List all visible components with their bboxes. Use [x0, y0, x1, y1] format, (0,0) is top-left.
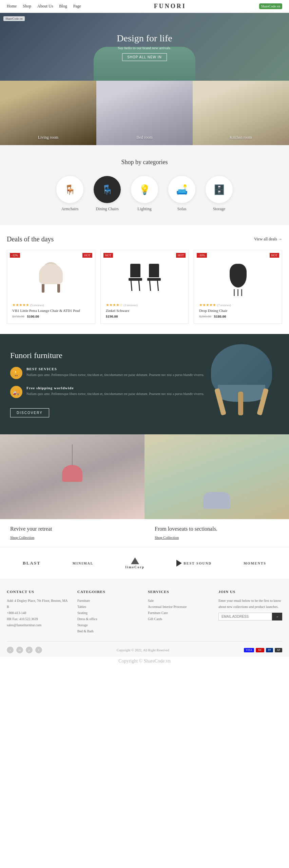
category-items: 🪑 Armchairs 🪑 Dining Chairs 💡 Lighting 🛋… — [7, 176, 282, 212]
deal-card-1: -32% HOT ★★★★★ (5 reviews) VB1 Little Pe… — [7, 250, 95, 324]
cat-label-sofas: Sofas — [177, 206, 187, 212]
nav-logo: FUNORI — [154, 3, 186, 10]
coll-heading-1: Revive your retreat — [10, 526, 134, 532]
categories-section: Shop by categories 🪑 Armchairs 🪑 Dining … — [0, 145, 289, 225]
cat-storage[interactable]: 🗄️ Storage — [206, 176, 233, 212]
cat-label-armchairs: Armchairs — [61, 206, 79, 212]
deal-name-3: Drop Dining Chair — [199, 309, 277, 313]
service-icon-1: 🏆 — [10, 367, 22, 379]
footer-cat-tables[interactable]: Tables — [77, 604, 141, 610]
drop-leg-3 — [241, 289, 242, 296]
footer-svc-care[interactable]: Furniture Care — [148, 610, 212, 616]
black-chair-2 — [147, 264, 161, 291]
storage-icon: 🗄️ — [213, 184, 225, 195]
play-icon — [176, 560, 182, 567]
hero-section: ShareCode.vn Design for life Say hello t… — [0, 13, 289, 81]
service-desc-1: Nullam quis ante. Pellentesque libero to… — [26, 372, 204, 377]
deals-header: Deals of the days View all deals → — [7, 235, 282, 243]
chair-seat-black-2 — [147, 278, 161, 281]
brand-limecorp: limeCorp — [126, 557, 145, 569]
instagram-icon[interactable]: in — [16, 647, 23, 653]
footer-cat-seating[interactable]: Seating — [77, 610, 141, 616]
chair-legs-black-2 — [150, 281, 158, 291]
view-all-deals-link[interactable]: View all deals → — [254, 237, 282, 242]
chair-body — [39, 264, 63, 284]
nav-page[interactable]: Page — [73, 4, 81, 9]
funori-section: Funori furniture 🏆 BEST SEVICES Nullam q… — [0, 334, 289, 434]
funori-service-2: 🚚 Free shipping worldwide Nullam quis an… — [10, 386, 279, 398]
deal-hot-2: HOT — [176, 253, 186, 258]
categories-heading: Shop by categories — [7, 159, 282, 166]
footer-columns: CONTACT US Add: 4 Dogley Place, 7th Floo… — [7, 590, 282, 634]
chair-back-black-2 — [149, 264, 159, 277]
footer-svc-interior[interactable]: Accentual Interior Processor — [148, 604, 212, 610]
funori-service-1: 🏆 BEST SEVICES Nullam quis ante. Pellent… — [10, 367, 279, 379]
black-chairs-illustration — [129, 264, 161, 291]
armchair-icon: 🪑 — [64, 184, 76, 195]
cat-circle-lighting: 💡 — [131, 176, 158, 203]
collection-text-pair: Revive your retreat Shop Collection From… — [0, 519, 289, 547]
footer-cat-storage[interactable]: Storage — [77, 622, 141, 628]
footer-cat-bed[interactable]: Bed & Bath — [77, 628, 141, 634]
deal-stars-1: ★★★★★ (5 reviews) — [12, 303, 90, 307]
chair-leg-right — [57, 284, 60, 293]
brand-bestsound: BEST SOUND — [176, 560, 212, 567]
lighting-icon: 💡 — [139, 184, 151, 195]
cat-dining-chairs[interactable]: 🪑 Dining Chairs — [94, 176, 121, 212]
nav-shop[interactable]: Shop — [23, 4, 31, 9]
footer-email-input[interactable] — [218, 613, 272, 620]
coll-link-2[interactable]: Shop Collection — [155, 535, 179, 539]
footer-copyright: Copyright © 2022, All Right Reserved — [117, 648, 169, 652]
leg-2 — [138, 281, 140, 291]
footer-services-col: SERVICES Sale Accentual Interior Process… — [148, 590, 212, 634]
drop-chair-illustration — [230, 264, 247, 291]
deal-hot-3: HOT — [270, 253, 280, 258]
facebook-icon[interactable]: f — [35, 647, 42, 653]
nav-blog[interactable]: Blog — [59, 4, 67, 9]
triangle-icon — [131, 557, 139, 564]
deal-badge-1: -32% — [10, 253, 20, 258]
hero-cta-button[interactable]: SHOP ALL NEW IN — [122, 53, 167, 61]
cat-armchairs[interactable]: 🪑 Armchairs — [56, 176, 83, 212]
nav-home[interactable]: Home — [7, 4, 17, 9]
discover-button[interactable]: DISCOVERY — [10, 408, 49, 417]
room-label-kitchen: Kitchen room — [230, 135, 252, 140]
cat-circle-dining: 🪑 — [94, 176, 121, 203]
cat-sofas[interactable]: 🛋️ Sofas — [168, 176, 195, 212]
footer-categories-heading: CATEGOIRES — [77, 590, 141, 594]
room-label-bedroom: Bed room — [136, 135, 153, 140]
footer-cat-furniture[interactable]: Furniture — [77, 598, 141, 604]
footer-svc-gift[interactable]: Gift Cards — [148, 616, 212, 622]
cat-circle-armchairs: 🪑 — [56, 176, 83, 203]
leg-3 — [149, 281, 151, 291]
room-card-living[interactable]: Living room — [0, 81, 96, 145]
footer-email-submit[interactable]: → — [272, 613, 282, 620]
hero-subtext: Say hello to our brand new arrivals. — [117, 46, 172, 50]
collection-img-1 — [0, 434, 144, 519]
room-card-kitchen[interactable]: Kitchen room — [193, 81, 289, 145]
deal-price-1: $150.00 $100.00 — [12, 314, 90, 318]
cat-lighting[interactable]: 💡 Lighting — [131, 176, 158, 212]
deals-section: Deals of the days View all deals → -32% … — [0, 225, 289, 334]
footer-email: sales@funoriturnitur.com — [7, 622, 71, 628]
pinterest-icon[interactable]: p — [26, 647, 33, 653]
lamp-decoration — [62, 445, 82, 482]
footer-email-form: → — [218, 613, 282, 620]
coll-link-1[interactable]: Shop Collection — [10, 535, 34, 539]
sofa-icon: 🛋️ — [176, 184, 188, 195]
twitter-icon[interactable]: t — [7, 647, 14, 653]
visa-badge: VISA — [244, 648, 254, 652]
hero-text: Design for life Say hello to our brand n… — [117, 33, 172, 61]
footer-cat-dress[interactable]: Dress & office — [77, 616, 141, 622]
cat-label-dining: Dining Chairs — [96, 206, 119, 212]
small-sofa-shape — [203, 492, 230, 509]
footer-svc-sale[interactable]: Sale — [148, 598, 212, 604]
fluffy-chair-illustration — [32, 262, 70, 293]
deal-name-2: Zinkel Schwarz — [106, 309, 184, 313]
funori-title: Funori furniture — [10, 351, 279, 360]
room-card-bedroom[interactable]: Bed room — [96, 81, 193, 145]
nav-right: ShareCode.vn — [259, 3, 282, 9]
nav-about[interactable]: About Us — [37, 4, 53, 9]
service-text-1: BEST SEVICES Nullam quis ante. Pellentes… — [26, 367, 204, 377]
service-icon-2: 🚚 — [10, 386, 22, 398]
